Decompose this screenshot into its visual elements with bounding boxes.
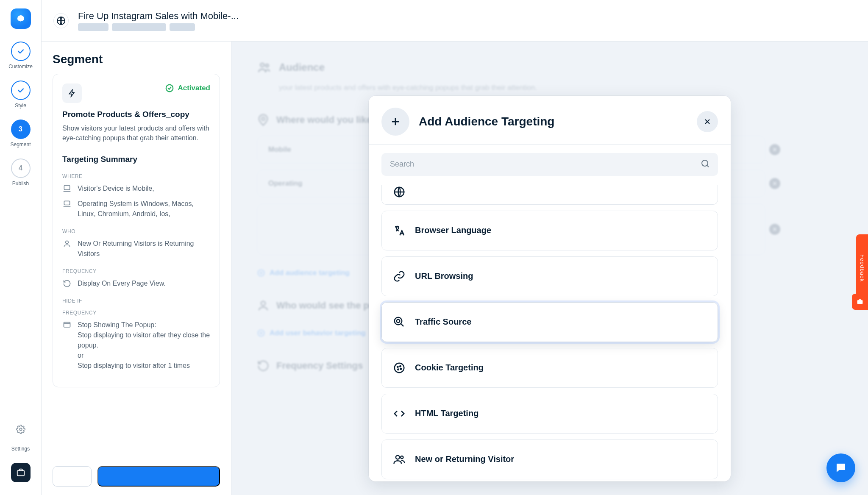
globe-icon [392,185,406,199]
rail-label: Segment [10,142,31,147]
page-title: Fire Up Instagram Sales with Mobile-... [78,11,239,22]
card-title: Promote Products & Offers_copy [62,110,210,119]
refresh-icon [62,279,72,289]
status-text: Activated [178,84,210,92]
search-input[interactable] [381,153,718,176]
option-label: Cookie Targeting [415,363,484,373]
traffic-icon [392,315,406,329]
summary-row-stop: Stop Showing The Popup: Stop displaying … [62,320,210,371]
feedback-capture-icon[interactable] [852,294,868,310]
code-icon [392,406,406,421]
svg-point-24 [401,456,403,459]
globe-icon[interactable] [53,13,69,28]
option-partial-top[interactable] [381,185,718,205]
feedback-tab[interactable]: Feedback [856,234,868,302]
breadcrumb [78,23,239,31]
option-traffic-source[interactable]: Traffic Source [381,302,718,342]
rail-label: Style [15,103,26,108]
chat-fab[interactable] [826,453,855,482]
summary-label-where: WHERE [62,173,210,179]
card-description: Show visitors your latest products and o… [62,123,210,143]
search-icon [700,159,710,170]
svg-point-14 [702,160,708,166]
modal-title: Add Audience Targeting [419,115,687,128]
svg-point-21 [398,369,399,370]
option-new-returning[interactable]: New or Returning Visitor [381,439,718,479]
option-label: Browser Language [415,225,491,235]
option-label: Traffic Source [415,317,471,327]
summary-title: Targeting Summary [62,155,210,164]
svg-point-20 [400,366,401,367]
summary-label-who: WHO [62,228,210,234]
rail-label: Settings [11,446,30,452]
svg-rect-25 [857,300,862,304]
stop-line-1: Stop displaying to visitor after they cl… [78,331,210,349]
close-button[interactable] [697,111,718,132]
rail-step-publish[interactable]: 4 Publish [11,159,31,186]
summary-row-os: Operating System is Windows, Macos, Linu… [62,199,210,219]
cookie-icon [392,361,406,375]
summary-row-device: Visitor's Device is Mobile, [62,184,210,194]
svg-point-0 [19,428,22,431]
rail-settings[interactable]: Settings [11,420,31,452]
svg-point-23 [396,456,400,459]
svg-rect-5 [64,201,70,205]
svg-point-18 [395,363,404,373]
check-icon [11,42,31,61]
option-label: URL Browsing [415,271,473,281]
option-url-browsing[interactable]: URL Browsing [381,256,718,296]
rail-step-style[interactable]: Style [11,81,31,108]
add-targeting-modal: Add Audience Targeting [369,96,731,481]
link-icon [392,269,406,284]
summary-label-hide: Hide if [62,298,210,304]
gear-icon [11,420,31,439]
option-browser-language[interactable]: Browser Language [381,211,718,250]
search-field [381,153,718,176]
option-label: HTML Targeting [415,409,479,418]
segment-sidebar: Segment Activated Promote Products & Off… [42,42,231,495]
check-icon [11,81,31,100]
users-icon [392,452,406,467]
step-number: 3 [11,120,31,139]
svg-point-19 [397,366,398,367]
language-icon [392,223,406,238]
user-icon [62,239,72,249]
canvas-area: Audience your latest products and offers… [231,42,868,495]
sidebar-footer [53,466,220,487]
app-logo[interactable] [11,8,31,29]
rail-step-customize[interactable]: Customize [8,42,33,70]
segment-card: Activated Promote Products & Offers_copy… [53,74,220,387]
next-button[interactable] [97,466,220,487]
summary-row-display: Display On Every Page View. [62,278,210,289]
back-button[interactable] [53,466,92,487]
svg-rect-1 [17,470,24,476]
rail-label: Customize [8,64,33,70]
laptop-icon [62,200,72,209]
svg-point-17 [397,320,400,323]
stop-line-2: Stop displaying to visitor after 1 times [78,362,190,369]
left-rail: Customize Style 3 Segment 4 Publish Sett… [0,0,42,495]
svg-point-16 [395,317,402,325]
svg-rect-7 [64,323,70,328]
stop-or: or [78,352,83,359]
popup-icon [62,321,72,330]
rail-step-segment[interactable]: 3 Segment [10,120,31,147]
plus-icon [381,108,409,136]
summary-label-freq: FREQUENCY [62,268,210,274]
rail-label: Publish [12,181,29,186]
topbar: Fire Up Instagram Sales with Mobile-... [42,0,868,42]
option-label: New or Returning Visitor [415,454,514,464]
option-cookie-targeting[interactable]: Cookie Targeting [381,348,718,388]
summary-label-freq2: FREQUENCY [62,310,210,316]
bolt-icon [62,83,82,103]
device-icon [62,184,72,194]
summary-row-visitor: New Or Returning Visitors is Returning V… [62,239,210,259]
svg-rect-4 [64,186,70,190]
briefcase-icon[interactable] [11,463,31,482]
status-badge: Activated [165,83,210,93]
sidebar-heading: Segment [53,53,220,66]
stop-title: Stop Showing The Popup: [78,321,156,328]
svg-point-22 [401,368,402,370]
svg-point-6 [66,241,69,244]
option-html-targeting[interactable]: HTML Targeting [381,394,718,434]
